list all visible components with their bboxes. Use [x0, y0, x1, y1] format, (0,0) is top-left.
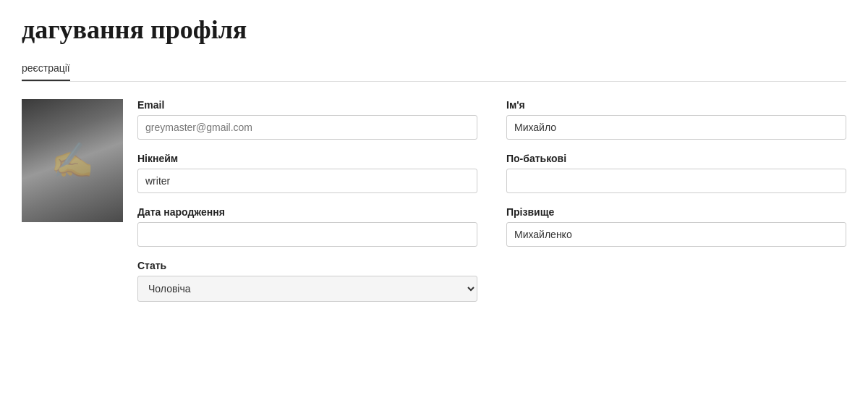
middle-name-label: По-батькові [506, 153, 846, 164]
gender-select[interactable]: Чоловіча Жіноча [137, 276, 477, 302]
first-name-group: Ім'я [506, 99, 846, 140]
first-name-label: Ім'я [506, 99, 846, 111]
avatar-section [22, 99, 123, 315]
left-column: Email Нікнейм Дата народження Стать Чоло… [137, 99, 477, 315]
page-container: дагування профіля реєстрації Email Нікне… [0, 0, 868, 329]
first-name-input[interactable] [506, 115, 846, 140]
tab-registration[interactable]: реєстрації [22, 56, 70, 81]
email-input[interactable] [137, 115, 477, 140]
middle-name-group: По-батькові [506, 153, 846, 193]
birth-date-group: Дата народження [137, 206, 477, 247]
birth-date-label: Дата народження [137, 206, 477, 218]
avatar [22, 99, 123, 222]
last-name-input[interactable] [506, 222, 846, 247]
nickname-group: Нікнейм [137, 153, 477, 193]
email-label: Email [137, 99, 477, 111]
gender-group: Стать Чоловіча Жіноча [137, 260, 477, 302]
page-title: дагування профіля [22, 14, 846, 45]
tabs-bar: реєстрації [22, 56, 846, 82]
right-column: Ім'я По-батькові Прізвище [506, 99, 846, 315]
gender-label: Стать [137, 260, 477, 271]
form-layout: Email Нікнейм Дата народження Стать Чоло… [22, 99, 846, 315]
middle-name-input[interactable] [506, 169, 846, 193]
form-section: Email Нікнейм Дата народження Стать Чоло… [137, 99, 846, 315]
last-name-label: Прізвище [506, 206, 846, 218]
nickname-label: Нікнейм [137, 153, 477, 164]
email-group: Email [137, 99, 477, 140]
birth-date-input[interactable] [137, 222, 477, 247]
nickname-input[interactable] [137, 169, 477, 193]
last-name-group: Прізвище [506, 206, 846, 247]
